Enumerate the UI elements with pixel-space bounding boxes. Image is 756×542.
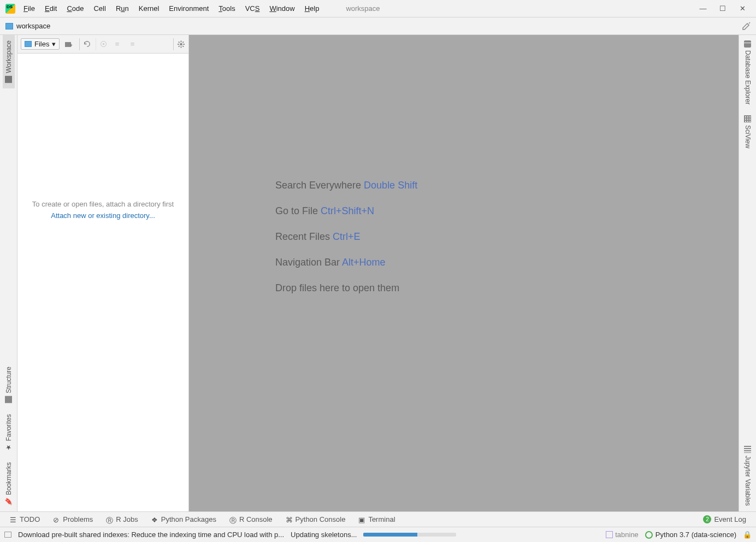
right-tool-stripe: Database Explorer SciView Jupyter Variab…	[739, 35, 756, 511]
tab-bookmarks[interactable]: 🔖 Bookmarks	[3, 457, 15, 511]
tabnine-label: tabnine	[615, 531, 639, 539]
svg-point-3	[103, 43, 104, 45]
edit-pen-icon[interactable]	[742, 22, 751, 31]
tab-database[interactable]: Database Explorer	[742, 35, 754, 110]
menu-cell[interactable]: Cell	[88, 2, 110, 15]
menu-file[interactable]: File	[19, 2, 40, 15]
status-message-1[interactable]: Download pre-built shared indexes: Reduc…	[18, 531, 284, 539]
maximize-button[interactable]: ☐	[719, 4, 727, 13]
close-button[interactable]: ✕	[739, 4, 746, 13]
event-log-button[interactable]: 2 Event Log	[698, 514, 752, 525]
packages-icon: ❖	[151, 516, 158, 523]
tab-label: Structure	[5, 367, 13, 393]
r-icon: Ⓡ	[106, 516, 113, 523]
tab-label: Bookmarks	[5, 462, 13, 495]
terminal-icon: ▣	[358, 516, 365, 523]
files-view-combo[interactable]: Files ▾	[21, 38, 60, 50]
grid-icon	[744, 115, 751, 122]
tab-label: SciView	[744, 125, 752, 148]
database-icon	[744, 40, 751, 48]
files-body: To create or open files, attach a direct…	[17, 54, 188, 511]
breadcrumb[interactable]: workspace	[16, 22, 50, 30]
left-tool-stripe: Workspace Structure ★ Favorites 🔖 Bookma…	[0, 35, 17, 511]
editor-empty-area[interactable]: Search Everywhere Double Shift Go to Fil…	[189, 35, 739, 511]
project-icon	[5, 23, 13, 30]
chevron-down-icon: ▾	[52, 40, 56, 48]
tab-terminal[interactable]: ▣Terminal	[353, 514, 400, 525]
files-panel: Files ▾ + ≡ ≡ To create or open files, a…	[17, 35, 189, 511]
tab-label: Favorites	[5, 414, 13, 441]
event-count-badge: 2	[703, 515, 711, 523]
tab-label: Workspace	[5, 40, 13, 73]
event-log-label: Event Log	[714, 515, 746, 523]
status-message-2: Updating skeletons...	[291, 531, 357, 539]
menu-window[interactable]: Window	[264, 2, 299, 15]
collapse-all-button[interactable]: ≡	[126, 38, 138, 50]
bottom-tool-tabs: ☰TODO ⊘Problems ⓇR Jobs ❖Python Packages…	[0, 511, 756, 527]
menu-bar: File Edit Code Cell Run Kernel Environme…	[0, 0, 756, 17]
menu-run[interactable]: Run	[111, 2, 134, 15]
window-controls: — ☐ ✕	[699, 4, 754, 13]
warning-icon: ⊘	[53, 516, 60, 523]
toolwindow-toggle-icon[interactable]	[4, 532, 11, 538]
python-icon: ⌘	[286, 516, 293, 523]
svg-line-12	[182, 42, 184, 43]
tab-label: Database Explorer	[744, 50, 752, 104]
tab-structure[interactable]: Structure	[3, 361, 15, 409]
structure-icon	[5, 396, 12, 403]
nav-bar: workspace	[0, 17, 756, 35]
combo-label: Files	[34, 40, 49, 48]
editor-hints: Search Everywhere Double Shift Go to Fil…	[275, 178, 417, 307]
attach-directory-link[interactable]: Attach new or existing directory...	[51, 211, 155, 220]
hint-search-everywhere: Search Everywhere Double Shift	[275, 178, 417, 193]
r-icon: Ⓡ	[229, 516, 237, 523]
menu-environment[interactable]: Environment	[164, 2, 214, 15]
tab-python-packages[interactable]: ❖Python Packages	[146, 514, 222, 525]
files-toolbar: Files ▾ + ≡ ≡	[17, 35, 188, 54]
hint-navigation-bar: Navigation Bar Alt+Home	[275, 255, 417, 270]
tabnine-widget[interactable]: tabnine	[606, 531, 639, 539]
menu-tools[interactable]: Tools	[214, 2, 240, 15]
app-icon	[5, 4, 15, 14]
tab-favorites[interactable]: ★ Favorites	[3, 409, 15, 457]
interpreter-label: Python 3.7 (data-science)	[655, 531, 736, 539]
select-target-button[interactable]	[96, 38, 108, 50]
progress-bar[interactable]	[363, 533, 456, 537]
menu-vcs[interactable]: VCS	[240, 2, 265, 15]
menu-kernel[interactable]: Kernel	[134, 2, 164, 15]
list-icon	[744, 446, 751, 453]
svg-text:+: +	[70, 43, 73, 48]
main-area: Workspace Structure ★ Favorites 🔖 Bookma…	[0, 35, 756, 511]
folder-icon	[25, 41, 32, 47]
window-title: workspace	[346, 4, 380, 13]
tab-rjobs[interactable]: ⓇR Jobs	[101, 514, 143, 525]
interpreter-widget[interactable]: Python 3.7 (data-science)	[645, 531, 736, 539]
files-empty-hint: To create or open files, attach a direct…	[28, 200, 178, 208]
svg-point-4	[180, 43, 182, 45]
svg-line-10	[182, 45, 184, 46]
menu-code[interactable]: Code	[62, 2, 88, 15]
minimize-button[interactable]: —	[699, 4, 707, 13]
tab-todo[interactable]: ☰TODO	[4, 514, 45, 525]
svg-line-9	[179, 42, 180, 43]
settings-button[interactable]	[173, 38, 185, 50]
folder-icon	[5, 76, 12, 83]
hint-recent-files: Recent Files Ctrl+E	[275, 229, 417, 244]
status-bar: Download pre-built shared indexes: Reduc…	[0, 527, 756, 542]
hint-drop-files: Drop files here to open them	[275, 281, 417, 296]
list-icon: ☰	[10, 516, 17, 523]
expand-all-button[interactable]: ≡	[111, 38, 123, 50]
tab-problems[interactable]: ⊘Problems	[48, 514, 98, 525]
menu-help[interactable]: Help	[300, 2, 324, 15]
star-icon: ★	[5, 444, 13, 451]
refresh-button[interactable]	[79, 38, 91, 50]
tab-python-console[interactable]: ⌘Python Console	[280, 514, 351, 525]
menu-edit[interactable]: Edit	[40, 2, 62, 15]
tab-rconsole[interactable]: ⓇR Console	[224, 514, 278, 525]
new-folder-button[interactable]: +	[63, 38, 75, 50]
tab-sciview[interactable]: SciView	[742, 110, 754, 154]
tab-label: Jupyter Variables	[744, 456, 752, 506]
tab-jupyter-vars[interactable]: Jupyter Variables	[742, 440, 754, 511]
lock-icon[interactable]: 🔒	[743, 531, 752, 539]
tab-workspace[interactable]: Workspace	[3, 35, 15, 89]
